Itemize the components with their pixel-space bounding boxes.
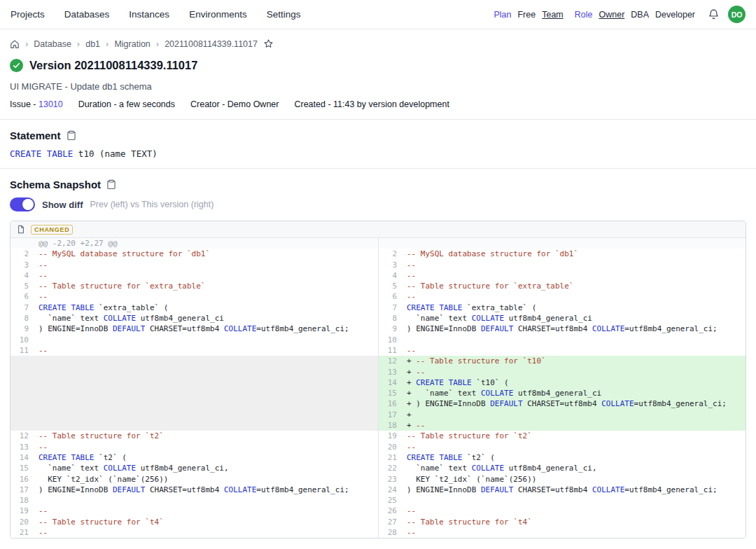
line-number: 16 [10, 474, 34, 485]
line-number: 17 [10, 485, 34, 495]
code-line [34, 377, 38, 388]
diff-row: 19--26-- [10, 506, 746, 516]
code-line: CREATE TABLE `extra_table` ( [34, 303, 168, 313]
nav-item-environments[interactable]: Environments [189, 9, 247, 20]
diff-left-cell: 12-- Table structure for `t2` [10, 431, 378, 441]
plan-switcher: PlanFreeTeam [493, 10, 563, 20]
diff-row: 14CREATE TABLE `t2` (21CREATE TABLE `t2`… [10, 452, 746, 463]
code-line: -- Table structure for `t2` [34, 431, 164, 441]
role-option-developer[interactable]: Developer [655, 10, 695, 20]
role-label: Role [575, 10, 593, 20]
nav-item-instances[interactable]: Instances [129, 9, 169, 20]
diff-row: 1010 [10, 335, 746, 345]
diff-left-cell: 3-- [10, 260, 378, 270]
diff-row: 17) ENGINE=InnoDB DEFAULT CHARSET=utf8mb… [10, 485, 746, 495]
diff-right-cell: 5-- Table structure for `extra_table` [378, 281, 746, 291]
code-line [34, 335, 38, 345]
nav-item-projects[interactable]: Projects [10, 9, 45, 20]
meta-issue: Issue - 13010 [10, 99, 63, 109]
diff-right-cell: 25 [378, 495, 746, 506]
show-diff-row: Show diff Prev (left) vs This version (r… [0, 196, 756, 219]
copy-snapshot-icon[interactable] [106, 179, 116, 190]
plan-option-free[interactable]: Free [517, 10, 536, 20]
diff-left-cell [10, 398, 378, 409]
meta-duration: Duration - a few seconds [78, 99, 175, 109]
diff-row: 13+ -- [10, 367, 746, 377]
diff-right-cell: 8 `name` text COLLATE utf8mb4_general_ci [378, 313, 746, 324]
toggle-knob [22, 199, 34, 210]
breadcrumb-item-migration[interactable]: Migration [114, 39, 150, 49]
diff-right-cell: 17+ [378, 410, 746, 420]
line-number: 28 [379, 527, 402, 538]
line-number: 2 [379, 249, 402, 259]
meta-creator: Creator - Demo Owner [190, 99, 279, 109]
code-line: CREATE TABLE `t2` ( [34, 452, 127, 463]
diff-left-cell [10, 420, 378, 431]
copy-statement-icon[interactable] [66, 130, 76, 141]
code-line: KEY `t2_idx` (`name`(256)) [402, 474, 536, 485]
code-line [34, 356, 38, 366]
schema-snapshot-heading: Schema Snapshot [10, 179, 101, 190]
breadcrumb-separator: › [156, 39, 159, 49]
plan-option-team[interactable]: Team [542, 10, 564, 20]
diff-row: 12+ -- Table structure for `t10` [10, 356, 746, 366]
code-line: CREATE TABLE `t2` ( [402, 452, 495, 463]
notification-bell-icon[interactable] [708, 8, 720, 20]
line-number [10, 420, 34, 431]
line-number [10, 377, 34, 388]
code-line: -- Table structure for `t4` [34, 517, 164, 527]
issue-link[interactable]: 13010 [38, 99, 63, 109]
code-line [34, 398, 38, 409]
code-line: -- [402, 506, 416, 516]
line-number: 10 [379, 335, 402, 345]
version-meta: Issue - 13010 Duration - a few seconds C… [10, 99, 746, 109]
diff-right-cell: 18+ -- [378, 420, 746, 431]
code-line: -- [34, 442, 48, 452]
diff-row: 5-- Table structure for `extra_table`5--… [10, 281, 746, 291]
line-number: 3 [379, 260, 402, 270]
diff-right-cell: 14+ CREATE TABLE `t10` ( [378, 377, 746, 388]
show-diff-hint: Prev (left) vs This version (right) [90, 200, 214, 209]
code-line: `name` text COLLATE utf8mb4_general_ci [34, 313, 224, 324]
show-diff-toggle[interactable] [10, 197, 35, 211]
diff-left-cell: 18 [10, 495, 378, 506]
diff-row: 20-- Table structure for `t4`27-- Table … [10, 517, 746, 527]
diff-left-cell [10, 377, 378, 388]
diff-right-cell: 2-- MySQL database structure for `db1` [378, 249, 746, 259]
diff-body[interactable]: @@ -2,20 +2,27 @@2-- MySQL database stru… [10, 238, 746, 538]
line-number: 7 [379, 303, 402, 313]
breadcrumb-item-db1[interactable]: db1 [85, 39, 100, 49]
line-number: 6 [10, 291, 34, 302]
line-number: 13 [10, 442, 34, 452]
code-line: -- Table structure for `t4` [402, 517, 532, 527]
code-line [34, 410, 38, 420]
code-line: -- [34, 270, 48, 281]
line-number [10, 367, 34, 377]
line-number: 21 [379, 452, 402, 463]
diff-left-cell: 2-- MySQL database structure for `db1` [10, 249, 378, 259]
line-number: 11 [379, 345, 402, 356]
role-option-dba[interactable]: DBA [631, 10, 649, 20]
nav-item-settings[interactable]: Settings [267, 9, 301, 20]
diff-row: 21--28-- [10, 527, 746, 538]
home-icon[interactable] [10, 39, 20, 49]
line-number: 25 [379, 495, 402, 506]
user-avatar[interactable]: DO [728, 6, 746, 23]
diff-right-cell: 27-- Table structure for `t4` [378, 517, 746, 527]
breadcrumb-item-database[interactable]: Database [34, 39, 71, 49]
diff-right-cell: 19-- Table structure for `t2` [378, 431, 746, 441]
plan-label: Plan [493, 10, 511, 20]
diff-row: 1825 [10, 495, 746, 506]
line-number: 5 [379, 281, 402, 291]
line-number [10, 356, 34, 366]
diff-right-cell: 11-- [378, 345, 746, 356]
nav-item-databases[interactable]: Databases [64, 9, 110, 20]
code-line: -- [402, 260, 416, 270]
changed-badge: CHANGED [31, 225, 73, 235]
line-number: 8 [10, 313, 34, 324]
version-title-row: Version 20211008114339.11017 [10, 59, 746, 72]
diff-row: 15+ `name` text COLLATE utf8mb4_general_… [10, 388, 746, 398]
role-option-owner[interactable]: Owner [598, 10, 624, 20]
favorite-star-icon[interactable] [263, 39, 274, 49]
line-number: 12 [10, 431, 34, 441]
